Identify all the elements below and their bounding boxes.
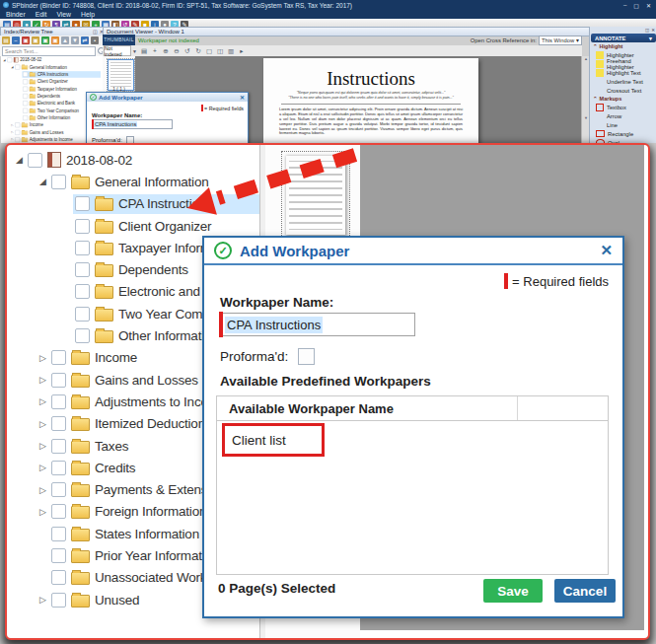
menu-view[interactable]: View <box>56 11 71 18</box>
tree-expanded-icon[interactable]: ◢ <box>13 155 26 165</box>
tree-checkbox[interactable] <box>51 416 66 431</box>
tree-checkbox[interactable] <box>23 79 28 84</box>
annotate-tool-arrow[interactable]: Arrow <box>590 111 656 120</box>
tree-checkbox[interactable] <box>15 137 20 142</box>
tree-collapsed-icon[interactable]: ▷ <box>36 463 49 472</box>
tree-checkbox[interactable] <box>15 65 20 70</box>
tree-checkbox[interactable] <box>75 219 90 234</box>
folder-yellow-icon[interactable]: ▣ <box>32 36 39 44</box>
pin-icon[interactable]: ◫ <box>92 29 99 35</box>
tree-collapsed-icon[interactable]: ▷ <box>36 507 49 517</box>
tree-checkbox[interactable] <box>51 461 66 475</box>
pointer-icon[interactable]: ▸ <box>238 47 246 55</box>
menu-edit[interactable]: Edit <box>36 11 47 18</box>
menu-help[interactable]: Help <box>81 11 95 18</box>
cross-reference-dropdown[interactable]: This Window ▾ <box>539 36 582 45</box>
rotate-left-icon[interactable]: ↺ <box>183 47 191 55</box>
tree-checkbox[interactable] <box>51 175 66 189</box>
tree-checkbox[interactable] <box>7 57 12 62</box>
tree-collapsed-icon[interactable]: ▷ <box>36 419 49 429</box>
folder-green-icon[interactable]: ▣ <box>41 36 49 44</box>
tree-collapsed-icon[interactable]: ▷ <box>36 441 49 451</box>
document-page[interactable]: Instructions "Neque porro quisquam est q… <box>263 58 478 143</box>
down-icon[interactable]: ▼ <box>71 36 79 44</box>
tree-collapsed-icon[interactable]: ▷ <box>36 595 49 605</box>
tree-checkbox[interactable] <box>23 101 28 106</box>
tree-checkbox[interactable] <box>75 328 90 343</box>
zoom-in-icon[interactable]: ⊕ <box>162 47 170 55</box>
tree-checkbox[interactable] <box>75 241 90 255</box>
annotate-section-highlight[interactable]: ⌃Highlight <box>590 42 656 50</box>
new-folder-icon[interactable]: ▤ <box>2 36 10 44</box>
annotate-tool-crossout-text[interactable]: Crossout Text <box>590 86 656 95</box>
tree-checkbox[interactable] <box>23 72 28 77</box>
menu-binder[interactable]: Binder <box>6 11 26 18</box>
link-icon[interactable]: ⇄ <box>81 36 89 44</box>
tree-item-general-information[interactable]: ◢General Information <box>1 63 101 70</box>
annotate-section-markups[interactable]: ⌃Markups <box>590 95 656 103</box>
save-button[interactable]: Save <box>483 579 543 603</box>
workpaper-name-input[interactable]: CPA Instructions <box>220 313 415 336</box>
zoom-out-icon[interactable]: ⊖ <box>173 47 181 55</box>
annotate-header[interactable]: ANNOTATE ▾ <box>591 34 656 42</box>
tree-collapsed-icon[interactable]: ▷ <box>36 396 49 406</box>
tab-not-indexed[interactable]: Not indexed <box>104 45 131 56</box>
close-button[interactable]: ✕ <box>644 2 653 9</box>
filter-icon[interactable]: ▼ <box>132 48 137 54</box>
annotate-tool-rectangle[interactable]: Rectangle <box>590 129 656 138</box>
tree-checkbox[interactable] <box>51 593 66 608</box>
tree-checkbox[interactable] <box>23 94 28 99</box>
cancel-button[interactable]: Cancel <box>554 579 616 603</box>
tree-collapsed-icon[interactable]: ▷ <box>36 375 49 385</box>
proforma-checkbox[interactable] <box>298 348 315 365</box>
tree-checkbox[interactable] <box>51 504 66 519</box>
folder-red-icon[interactable]: ▣ <box>22 36 30 44</box>
tree-checkbox[interactable] <box>15 122 20 127</box>
tree-expanded-icon[interactable]: ◢ <box>36 177 49 186</box>
tree-checkbox[interactable] <box>75 262 90 277</box>
tab-thumbnail[interactable]: THUMBNAIL <box>103 35 135 45</box>
tree-checkbox[interactable] <box>23 115 28 120</box>
pan-hand-icon[interactable]: + <box>151 47 159 55</box>
tree-checkbox[interactable] <box>15 130 20 135</box>
tree-checkbox[interactable] <box>51 350 66 365</box>
layout-icon[interactable]: ▥ <box>227 47 235 55</box>
close-icon[interactable]: ✕ <box>600 242 613 259</box>
tree-checkbox[interactable] <box>75 284 90 299</box>
pin-icon[interactable]: ◫ <box>645 28 649 33</box>
tree-collapsed-icon[interactable]: ▷ <box>36 353 49 363</box>
collapse-icon[interactable]: − <box>12 36 20 44</box>
tree-checkbox[interactable] <box>51 527 66 541</box>
search-input[interactable]: Search Text... <box>2 46 96 56</box>
select-icon[interactable]: ▢ <box>205 47 213 55</box>
workpaper-name-input[interactable]: CPA Instructions <box>92 119 173 129</box>
folder-orange-icon[interactable]: ▣ <box>51 36 59 44</box>
close-panel-icon[interactable]: ✕ <box>651 28 655 33</box>
minimize-button[interactable]: – <box>621 2 628 8</box>
tree-checkbox[interactable] <box>23 108 28 113</box>
close-icon[interactable]: ✕ <box>240 94 245 101</box>
more-icon[interactable]: • <box>91 36 99 44</box>
tree-checkbox[interactable] <box>51 373 66 388</box>
table-row-client-list[interactable]: Client list <box>225 433 286 448</box>
tree-checkbox[interactable] <box>23 87 28 92</box>
annotate-tool-underline-text[interactable]: Underline Text <box>590 77 656 86</box>
tree-item-2018-08-02[interactable]: ◢2018-08-02 <box>1 56 101 63</box>
tree-checkbox[interactable] <box>75 307 90 322</box>
annotate-tool-line[interactable]: Line <box>590 120 656 129</box>
maximize-button[interactable]: ▢ <box>631 2 641 9</box>
tree-checkbox[interactable] <box>28 153 42 168</box>
print-icon[interactable]: ▤ <box>140 47 148 55</box>
tree-checkbox[interactable] <box>51 482 66 497</box>
tree-checkbox[interactable] <box>75 196 90 211</box>
tree-item-client-organizer[interactable]: Client Organizer <box>1 78 101 85</box>
tree-checkbox[interactable] <box>51 570 66 585</box>
tree-item-cpa-instructions[interactable]: CPA Instructions <box>1 71 101 78</box>
tree-collapsed-icon[interactable]: ▷ <box>36 485 49 495</box>
annotate-tool-freehand-highlighter[interactable]: Freehand Highlighter <box>590 59 656 68</box>
tree-checkbox[interactable] <box>51 394 66 409</box>
tree-checkbox[interactable] <box>51 548 66 563</box>
up-icon[interactable]: ▲ <box>61 36 69 44</box>
split-view-icon[interactable]: ◫ <box>216 47 224 55</box>
rotate-right-icon[interactable]: ↻ <box>194 47 202 55</box>
